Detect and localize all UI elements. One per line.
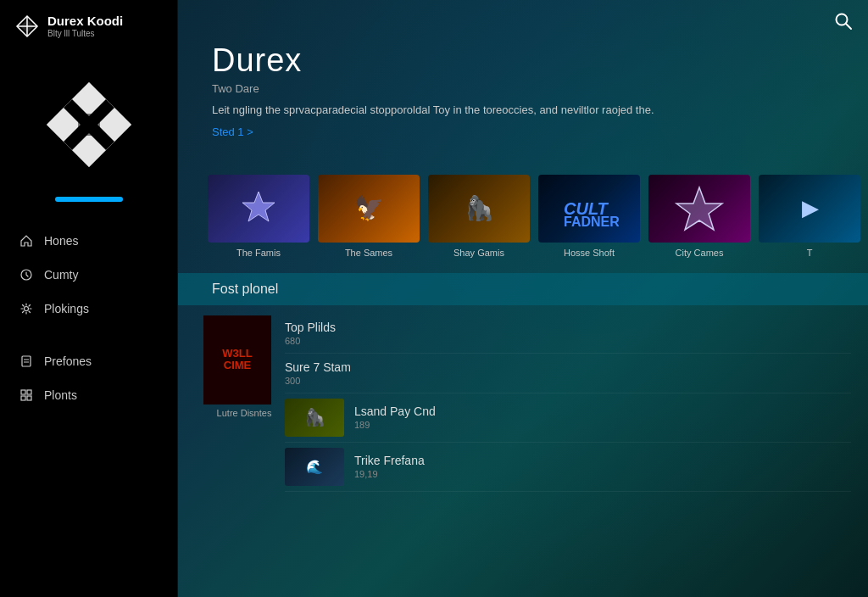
sidebar-item-plokings[interactable]: Plokings	[8, 293, 169, 324]
featured-item-sames[interactable]: 🦅 The Sames	[314, 175, 424, 258]
svg-rect-16	[27, 390, 31, 394]
featured-thumb-extra: ▶	[759, 175, 860, 243]
svg-point-11	[25, 307, 29, 311]
app-name: Durex Koodi	[47, 14, 123, 29]
poster-text-line2: CIME	[224, 360, 252, 371]
sidebar-label-cumty: Cumty	[44, 268, 78, 282]
sidebar-label-plokings: Plokings	[44, 302, 89, 315]
kodi-diamond-icon	[42, 78, 136, 171]
main-content: Durex Two Dare Leit ngling the sprvacpar…	[178, 0, 868, 597]
list-entry-count-sure: 300	[285, 376, 851, 386]
featured-thumb-hosse: CULT FADNERS	[538, 175, 640, 243]
svg-rect-18	[27, 396, 31, 400]
hero-description: Leit ngling the sprvacparadecial stoppor…	[212, 102, 788, 119]
list-thumb-lsand: 🦍	[285, 399, 344, 437]
hero-link[interactable]: Sted 1 >	[212, 126, 253, 138]
file-icon	[19, 354, 34, 369]
list-entry-title-lsand: Lsand Pay Cnd	[354, 405, 436, 418]
hero-section: Durex Two Dare Leit ngling the sprvacpar…	[178, 0, 868, 159]
list-entry-title-top: Top Plilds	[285, 321, 851, 334]
list-entry-count-top: 680	[285, 336, 851, 346]
featured-label-shay: Shay Gamis	[453, 248, 504, 258]
featured-thumb-sames: 🦅	[318, 175, 420, 243]
sidebar-item-prefones[interactable]: Prefones	[8, 346, 169, 377]
sidebar-item-plonts[interactable]: Plonts	[8, 380, 169, 410]
list-items: Top Plilds 680 Sure 7 Stam 300 🦍 Lsand P…	[285, 305, 851, 598]
sidebar: Durex Koodi Blty lll Tultes Hones	[0, 0, 178, 597]
list-item-trike[interactable]: 🌊 Trike Frefana 19,19	[285, 443, 851, 492]
svg-rect-15	[21, 390, 25, 394]
svg-marker-6	[97, 108, 131, 142]
sidebar-label-plonts: Plonts	[44, 388, 77, 402]
sidebar-logo-big	[0, 78, 177, 171]
svg-line-20	[846, 24, 851, 29]
list-thumb-trike: 🌊	[285, 448, 344, 486]
featured-item-famis[interactable]: The Famis	[203, 175, 314, 258]
sidebar-item-hones[interactable]: Hones	[8, 226, 169, 256]
svg-marker-24	[676, 187, 722, 230]
featured-thumb-famis	[208, 175, 309, 243]
section-header: Fost plonel	[178, 273, 868, 305]
gear-icon	[19, 301, 34, 316]
sidebar-header: Durex Koodi Blty lll Tultes	[0, 0, 138, 53]
svg-rect-17	[21, 396, 25, 400]
sidebar-label-hones: Hones	[44, 234, 78, 248]
hero-subtitle: Two Dare	[212, 82, 834, 95]
featured-label-sames: The Sames	[345, 248, 392, 258]
featured-label-extra: T	[807, 248, 813, 258]
home-icon	[19, 233, 34, 248]
svg-marker-8	[47, 108, 81, 142]
featured-item-hosse[interactable]: CULT FADNERS Hosse Shoft	[534, 175, 644, 258]
list-entry-count-lsand: 189	[354, 420, 436, 430]
svg-marker-7	[72, 133, 106, 167]
clock-icon	[19, 267, 34, 282]
svg-text:FADNERS: FADNERS	[564, 215, 619, 229]
list-poster-label: Lutre Disntes	[217, 408, 272, 418]
list-entry-title-sure: Sure 7 Stam	[285, 360, 851, 374]
search-button[interactable]	[834, 12, 853, 34]
list-poster: W3LL CIME	[203, 315, 271, 405]
featured-label-famis: The Famis	[236, 248, 281, 258]
list-section: W3LL CIME Lutre Disntes Top Plilds 680 S…	[178, 305, 868, 598]
featured-label-hosse: Hosse Shoft	[564, 248, 615, 258]
featured-thumb-city	[648, 175, 750, 243]
grid-icon	[19, 388, 34, 403]
section-title: Fost plonel	[212, 282, 278, 296]
sidebar-nav: Hones Cumty Plokings	[0, 226, 177, 410]
poster-text-line1: W3LL	[222, 348, 252, 360]
active-bar	[55, 197, 123, 202]
svg-marker-21	[242, 192, 275, 221]
list-item-lsand[interactable]: 🦍 Lsand Pay Cnd 189	[285, 393, 851, 443]
hero-title: Durex	[212, 42, 834, 79]
kodi-logo-small-icon	[15, 14, 39, 38]
sidebar-label-prefones: Prefones	[44, 354, 92, 368]
featured-item-extra[interactable]: ▶ T	[754, 175, 865, 258]
app-subtitle: Blty lll Tultes	[47, 29, 123, 39]
list-item-sure[interactable]: Sure 7 Stam 300	[285, 354, 851, 393]
sidebar-item-cumty[interactable]: Cumty	[8, 259, 169, 290]
featured-item-shay[interactable]: 🦍 Shay Gamis	[424, 175, 534, 258]
featured-thumb-shay: 🦍	[428, 175, 530, 243]
list-item-top[interactable]: Top Plilds 680	[285, 314, 851, 354]
featured-item-city[interactable]: City Cames	[644, 175, 754, 258]
svg-rect-9	[78, 114, 100, 136]
svg-marker-5	[72, 82, 106, 116]
list-entry-count-trike: 19,19	[354, 469, 425, 479]
featured-label-city: City Cames	[676, 248, 724, 258]
list-entry-title-trike: Trike Frefana	[354, 454, 425, 467]
svg-rect-12	[22, 356, 31, 366]
featured-row: The Famis 🦅 The Sames 🦍 Shay Gamis CULT …	[178, 159, 868, 258]
